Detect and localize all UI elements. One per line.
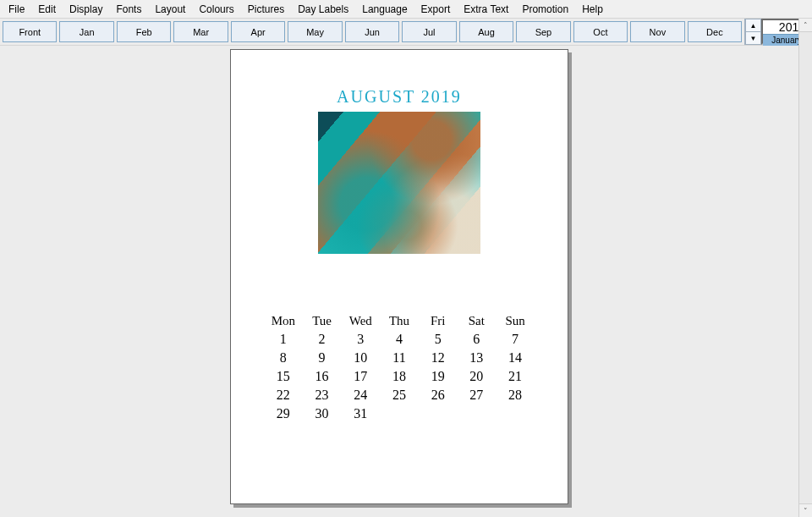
- day-cell[interactable]: 7: [496, 330, 535, 349]
- day-cell[interactable]: 27: [458, 386, 497, 404]
- day-cell[interactable]: [419, 404, 458, 423]
- day-cell[interactable]: 24: [341, 386, 380, 404]
- menu-display[interactable]: Display: [63, 2, 109, 17]
- tab-nov[interactable]: Nov: [630, 21, 684, 42]
- tab-apr[interactable]: Apr: [231, 21, 285, 42]
- day-cell[interactable]: 6: [458, 330, 497, 349]
- day-cell[interactable]: 10: [341, 349, 380, 367]
- menu-bar: File Edit Display Fonts Layout Colours P…: [0, 0, 812, 19]
- day-cell[interactable]: 4: [380, 330, 419, 349]
- tab-dec[interactable]: Dec: [688, 21, 742, 42]
- day-cell[interactable]: 22: [264, 386, 303, 404]
- tab-may[interactable]: May: [288, 21, 342, 42]
- tab-front[interactable]: Front: [3, 21, 57, 42]
- day-cell[interactable]: [458, 404, 497, 423]
- day-header-thu: Thu: [380, 311, 419, 330]
- day-header-sun: Sun: [496, 311, 535, 330]
- scroll-down-button[interactable]: ˅: [799, 503, 812, 517]
- day-cell[interactable]: 20: [458, 367, 497, 386]
- day-cell[interactable]: 23: [303, 386, 342, 404]
- month-tab-strip: Front Jan Feb Mar Apr May Jun Jul Aug Se…: [0, 19, 744, 45]
- day-header-wed: Wed: [341, 311, 380, 330]
- tab-jan[interactable]: Jan: [59, 21, 113, 42]
- day-header-sat: Sat: [458, 311, 497, 330]
- day-cell[interactable]: 15: [264, 367, 303, 386]
- chevron-down-icon: ▼: [750, 35, 757, 42]
- menu-export[interactable]: Export: [414, 2, 458, 17]
- day-cell[interactable]: 29: [264, 404, 303, 423]
- caret-up-icon: ˄: [804, 21, 808, 30]
- tab-mar[interactable]: Mar: [173, 21, 228, 42]
- scroll-track[interactable]: [799, 32, 812, 503]
- menu-colours[interactable]: Colours: [192, 2, 240, 17]
- day-header-fri: Fri: [419, 311, 458, 330]
- day-cell[interactable]: 11: [380, 349, 419, 367]
- day-cell[interactable]: 28: [496, 386, 535, 404]
- document-canvas: AUGUST 2019 Mon Tue Wed Thu Fri Sat Sun: [0, 46, 798, 517]
- scroll-up-button[interactable]: ˄: [799, 19, 812, 32]
- day-cell[interactable]: 16: [303, 367, 342, 386]
- tab-oct[interactable]: Oct: [573, 21, 628, 42]
- menu-help[interactable]: Help: [575, 2, 610, 17]
- day-cell[interactable]: 2: [303, 330, 342, 349]
- menu-edit[interactable]: Edit: [31, 2, 63, 17]
- day-cell[interactable]: 13: [458, 349, 497, 367]
- day-cell[interactable]: 21: [496, 367, 535, 386]
- day-cell[interactable]: [380, 404, 419, 423]
- day-cell[interactable]: 14: [496, 349, 535, 367]
- day-cell[interactable]: 18: [380, 367, 419, 386]
- day-cell[interactable]: 1: [264, 330, 303, 349]
- tab-jun[interactable]: Jun: [345, 21, 399, 42]
- menu-fonts[interactable]: Fonts: [109, 2, 148, 17]
- menu-extratext[interactable]: Extra Text: [457, 2, 515, 17]
- tab-sep[interactable]: Sep: [516, 21, 570, 42]
- calendar-page[interactable]: AUGUST 2019 Mon Tue Wed Thu Fri Sat Sun: [230, 49, 568, 504]
- menu-language[interactable]: Language: [355, 2, 414, 17]
- tab-feb[interactable]: Feb: [117, 21, 171, 42]
- caret-down-icon: ˅: [804, 507, 808, 515]
- menu-layout[interactable]: Layout: [148, 2, 192, 17]
- chevron-up-icon: ▲: [750, 22, 757, 30]
- day-cell[interactable]: [496, 404, 535, 423]
- calendar-photo[interactable]: [318, 112, 480, 254]
- tab-jul[interactable]: Jul: [402, 21, 456, 42]
- month-toolbar: Front Jan Feb Mar Apr May Jun Jul Aug Se…: [0, 19, 812, 46]
- year-spinner: ▲ ▼: [744, 19, 761, 45]
- day-header-mon: Mon: [264, 311, 303, 330]
- day-cell[interactable]: 5: [419, 330, 458, 349]
- day-cell[interactable]: 30: [303, 404, 342, 423]
- day-cell[interactable]: 25: [380, 386, 419, 404]
- day-cell[interactable]: 19: [419, 367, 458, 386]
- day-cell[interactable]: 8: [264, 349, 303, 367]
- day-cell[interactable]: 31: [341, 404, 380, 423]
- menu-file[interactable]: File: [2, 2, 31, 17]
- day-cell[interactable]: 26: [419, 386, 458, 404]
- year-down-button[interactable]: ▼: [745, 31, 761, 45]
- calendar-grid: Mon Tue Wed Thu Fri Sat Sun 1 2 3 4: [264, 311, 535, 423]
- menu-promotion[interactable]: Promotion: [515, 2, 575, 17]
- day-cell[interactable]: 9: [303, 349, 342, 367]
- vertical-scrollbar[interactable]: ˄ ˅: [798, 19, 812, 517]
- menu-daylabels[interactable]: Day Labels: [291, 2, 355, 17]
- day-cell[interactable]: 3: [341, 330, 380, 349]
- menu-pictures[interactable]: Pictures: [241, 2, 291, 17]
- day-cell[interactable]: 12: [419, 349, 458, 367]
- day-header-tue: Tue: [303, 311, 342, 330]
- tab-aug[interactable]: Aug: [459, 21, 513, 42]
- page-title: AUGUST 2019: [231, 87, 568, 107]
- day-cell[interactable]: 17: [341, 367, 380, 386]
- year-up-button[interactable]: ▲: [745, 19, 761, 31]
